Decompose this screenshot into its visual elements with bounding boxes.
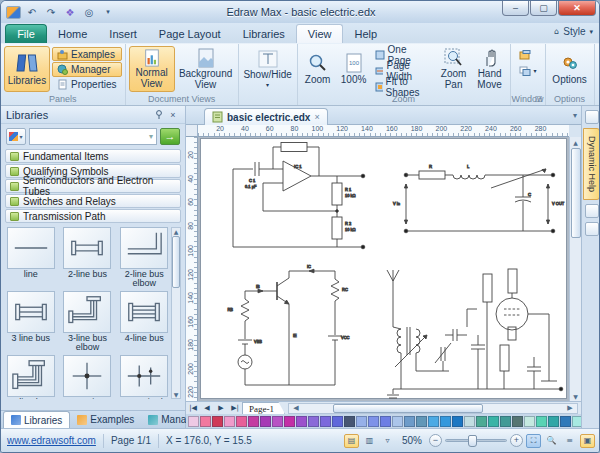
- palette-swatch[interactable]: [224, 416, 235, 427]
- canvas-vertical-scrollbar[interactable]: ▲ ▼: [569, 137, 581, 401]
- palette-swatch[interactable]: [296, 416, 307, 427]
- palette-swatch[interactable]: [308, 416, 319, 427]
- pin-icon[interactable]: [152, 108, 166, 121]
- close-button[interactable]: ✕: [558, 1, 596, 16]
- style-button[interactable]: ⌂ Style ▾: [554, 26, 593, 37]
- tab-view[interactable]: View: [296, 24, 344, 43]
- panel-tab-examples[interactable]: Examples: [70, 411, 141, 428]
- circuit-transistor[interactable]: IB IC IE RB RC VBB VCC: [227, 264, 349, 385]
- library-category[interactable]: Semiconductors and Electron Tubes: [5, 179, 181, 193]
- document-tab[interactable]: basic electric.edx ×: [204, 108, 328, 125]
- tab-page-layout[interactable]: Page Layout: [148, 24, 232, 43]
- palette-swatch[interactable]: [200, 416, 211, 427]
- zoom-slider-thumb[interactable]: [468, 435, 477, 447]
- palette-swatch[interactable]: [284, 416, 295, 427]
- tab-list-dropdown-icon[interactable]: ▾: [573, 111, 577, 120]
- drawing-page[interactable]: IC 1 C 1 0.1 µF R 1 10 kΩ R 2 10 kΩ: [200, 138, 567, 399]
- new-window-button[interactable]: [514, 47, 542, 62]
- symbol-tile[interactable]: 3 line bus: [5, 291, 57, 353]
- palette-swatch[interactable]: [524, 416, 535, 427]
- palette-swatch[interactable]: [404, 416, 415, 427]
- scroll-down-icon[interactable]: ▼: [174, 391, 179, 398]
- circuit-rlc[interactable]: R L C V in V OUT: [393, 164, 565, 233]
- palette-swatch[interactable]: [332, 416, 343, 427]
- zoom-out-button[interactable]: −: [429, 434, 442, 447]
- examples-button[interactable]: Examples: [52, 47, 122, 61]
- palette-swatch[interactable]: [380, 416, 391, 427]
- symbol-tile[interactable]: Junction/: [118, 355, 170, 399]
- palette-swatch[interactable]: [212, 416, 223, 427]
- page-list-button[interactable]: ≡: [562, 434, 577, 448]
- palette-swatch[interactable]: [356, 416, 367, 427]
- palette-swatch[interactable]: [476, 416, 487, 427]
- window-dialog-launcher-icon[interactable]: ◲: [535, 94, 543, 103]
- tab-help[interactable]: Help: [343, 24, 388, 43]
- palette-swatch[interactable]: [320, 416, 331, 427]
- palette-swatch[interactable]: [512, 416, 523, 427]
- palette-swatch[interactable]: [392, 416, 403, 427]
- manager-button[interactable]: Manager: [52, 62, 122, 76]
- libraries-button[interactable]: Libraries: [4, 46, 50, 92]
- pan-window-button[interactable]: ▣: [580, 434, 595, 448]
- options-button[interactable]: Options: [549, 46, 591, 92]
- canvas-scroll-down-icon[interactable]: ▼: [573, 391, 578, 401]
- zoom-in-button[interactable]: +: [510, 434, 523, 447]
- first-page-button[interactable]: |◀: [186, 404, 200, 412]
- palette-swatch[interactable]: [560, 416, 571, 427]
- status-normal-view-button[interactable]: ▤: [344, 434, 359, 448]
- panel-tab-libraries[interactable]: Libraries: [3, 411, 70, 428]
- zoom-slider[interactable]: [445, 439, 507, 442]
- palette-swatch[interactable]: [452, 416, 463, 427]
- canvas-viewport[interactable]: IC 1 C 1 0.1 µF R 1 10 kΩ R 2 10 kΩ: [198, 137, 569, 401]
- symbol-tile[interactable]: 2-line bus elbow: [118, 227, 170, 289]
- canvas-horizontal-scrollbar[interactable]: ◀ ▶: [288, 403, 578, 414]
- palette-swatch[interactable]: [536, 416, 547, 427]
- symbol-tile[interactable]: 3-line bus elbow: [62, 291, 114, 353]
- page-tab[interactable]: Page-1: [242, 402, 285, 414]
- symbol-tile[interactable]: 2-line bus: [62, 227, 114, 289]
- search-input[interactable]: ▾: [29, 128, 157, 145]
- normal-view-button[interactable]: Normal View: [129, 46, 175, 92]
- document-tab-close-icon[interactable]: ×: [314, 112, 319, 122]
- panel-close-icon[interactable]: ×: [166, 108, 180, 121]
- fit-to-shapes-button[interactable]: Fit to Shapes: [373, 79, 435, 94]
- next-page-button[interactable]: ▶: [214, 404, 228, 412]
- palette-swatch[interactable]: [440, 416, 451, 427]
- hand-move-button[interactable]: Hand Move: [473, 46, 507, 92]
- palette-swatch[interactable]: [548, 416, 559, 427]
- fit-window-button[interactable]: ⛶: [526, 434, 541, 448]
- status-print-view-button[interactable]: ▿: [380, 434, 395, 448]
- minimize-button[interactable]: –: [502, 1, 529, 16]
- last-page-button[interactable]: ▶|: [228, 404, 242, 412]
- background-view-button[interactable]: Background View: [177, 46, 235, 92]
- library-picker-button[interactable]: ▾: [6, 128, 26, 145]
- palette-swatch[interactable]: [236, 416, 247, 427]
- symbol-tile[interactable]: Junction: [62, 355, 114, 399]
- zoom-pan-button[interactable]: Zoom Pan: [437, 46, 471, 92]
- library-category[interactable]: Transmission Path: [5, 209, 181, 223]
- search-go-button[interactable]: →: [160, 128, 180, 145]
- properties-button[interactable]: Properties: [52, 78, 122, 92]
- symbol-grid-scrollbar[interactable]: ▲ ▼: [171, 227, 181, 399]
- symbol-tile[interactable]: 4-line bus: [5, 355, 57, 399]
- canvas-scroll-up-icon[interactable]: ▲: [573, 137, 578, 147]
- status-page-view-button[interactable]: ▥: [362, 434, 377, 448]
- canvas-scrollbar-thumb[interactable]: [571, 148, 581, 238]
- show-hide-button[interactable]: Show/Hide ▾: [242, 46, 294, 92]
- scroll-up-icon[interactable]: ▲: [174, 228, 179, 235]
- symbol-tile[interactable]: line: [5, 227, 57, 289]
- palette-swatch[interactable]: [248, 416, 259, 427]
- prev-page-button[interactable]: ◀: [200, 404, 214, 412]
- palette-swatch[interactable]: [428, 416, 439, 427]
- switch-window-button[interactable]: ▾: [514, 63, 542, 78]
- edrawsoft-link[interactable]: www.edrawsoft.com: [7, 435, 96, 446]
- palette-swatch[interactable]: [416, 416, 427, 427]
- tab-home[interactable]: Home: [47, 24, 98, 43]
- scrollbar-thumb[interactable]: [172, 236, 180, 288]
- dock-doc-icon[interactable]: [585, 110, 599, 124]
- hscroll-right-icon[interactable]: ▶: [563, 404, 577, 412]
- palette-swatch[interactable]: [344, 416, 355, 427]
- maximize-button[interactable]: ▢: [530, 1, 557, 16]
- palette-swatch[interactable]: [464, 416, 475, 427]
- palette-swatch[interactable]: [260, 416, 271, 427]
